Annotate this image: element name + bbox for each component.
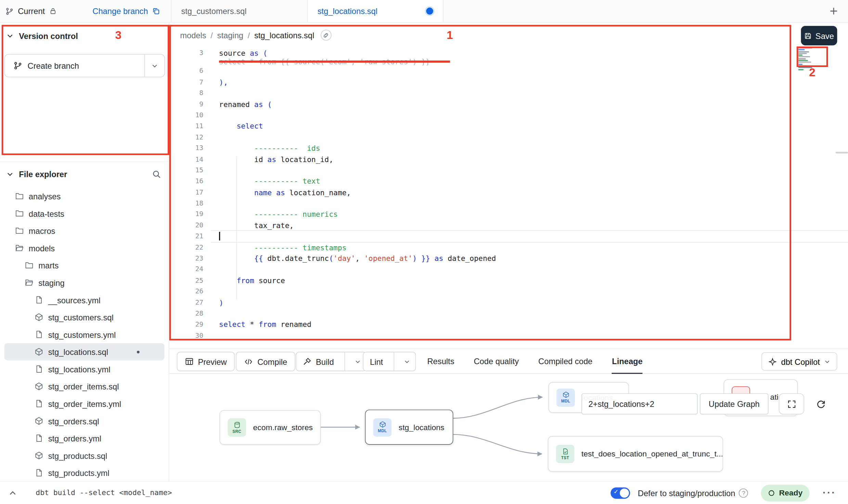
file-tree-item-marts[interactable]: marts: [4, 257, 165, 274]
tab-lineage[interactable]: Lineage: [612, 349, 643, 373]
change-branch-link[interactable]: Change branch: [92, 6, 160, 16]
chevron-down-icon[interactable]: [7, 32, 14, 40]
file-tree-item-stg_products.sql[interactable]: stg_products.sql: [4, 447, 165, 464]
annotation-strike-line: [219, 61, 450, 63]
lineage-node-ecom-raw-stores[interactable]: SRC ecom.raw_stores: [220, 410, 321, 445]
code-line-26[interactable]: 26: [169, 286, 848, 297]
button-divider: [345, 352, 345, 371]
file-tree-item-models[interactable]: models: [4, 239, 165, 257]
file-tree-item-macros[interactable]: macros: [4, 222, 165, 240]
defer-toggle[interactable]: ✓: [611, 487, 630, 499]
code-line-24[interactable]: 24: [169, 264, 848, 275]
help-icon[interactable]: ?: [739, 488, 748, 498]
lineage-selector-input[interactable]: [581, 393, 698, 414]
collapse-panel-button[interactable]: [7, 487, 19, 499]
panel-resize-handle[interactable]: [836, 152, 848, 154]
model-badge: MDL: [556, 388, 575, 407]
code-line-6[interactable]: 6: [169, 66, 848, 77]
code-line-8[interactable]: 8: [169, 88, 848, 98]
lineage-node-stg-locations[interactable]: MDL stg_locations: [365, 410, 453, 445]
more-menu-button[interactable]: ···: [819, 486, 839, 499]
expand-icon: [787, 400, 796, 408]
sparkle-icon: [769, 357, 777, 366]
tab-code-quality[interactable]: Code quality: [474, 349, 519, 373]
code-line-14[interactable]: 14 id as location_id,: [169, 154, 848, 165]
lineage-canvas[interactable]: MDL locations atio SRC ecom.raw_stores: [169, 374, 848, 481]
code-line-11[interactable]: 11 select: [169, 121, 848, 132]
file-tree-item-stg_locations.sql[interactable]: stg_locations.sql: [4, 343, 165, 361]
toggle-knob: [620, 488, 629, 498]
lint-dropdown[interactable]: [399, 359, 415, 364]
code-line-25[interactable]: 25 from source: [169, 275, 848, 286]
save-icon: [804, 31, 812, 40]
code-line-22[interactable]: 22 ---------- timestamps: [169, 242, 848, 253]
tab-stg-locations-sql[interactable]: stg_locations.sql: [307, 0, 444, 22]
code-line-15[interactable]: 15: [169, 165, 848, 176]
panel-tabs: Results Code quality Compiled code Linea…: [427, 349, 642, 373]
compile-button[interactable]: Compile: [236, 352, 295, 371]
breadcrumb-staging[interactable]: staging: [217, 30, 243, 40]
file-search-button[interactable]: [151, 169, 162, 180]
fullscreen-button[interactable]: [779, 393, 804, 414]
file-tree-item-stg_order_items.sql[interactable]: stg_order_items.sql: [4, 378, 165, 395]
lineage-node-test[interactable]: TST test_does_location_opened_at_trunc_t…: [548, 436, 723, 472]
file-tree-item-staging[interactable]: staging: [4, 274, 165, 291]
new-tab-button[interactable]: [827, 4, 840, 18]
create-branch-dropdown[interactable]: [145, 63, 165, 69]
code-line-13[interactable]: 13 ---------- ids: [169, 143, 848, 154]
breadcrumb-models[interactable]: models: [180, 30, 206, 40]
table-icon: [185, 357, 193, 366]
file-tree-item-stg_locations.yml[interactable]: stg_locations.yml: [4, 360, 165, 378]
file-tree-item-stg_customers.yml[interactable]: stg_customers.yml: [4, 326, 165, 343]
code-line-29[interactable]: 29select * from renamed: [169, 319, 848, 330]
chevron-down-icon[interactable]: [7, 171, 14, 178]
code-line-23[interactable]: 23 {{ dbt.date_trunc('day', 'opened_at')…: [169, 253, 848, 264]
file-tree-item-stg_orders.sql[interactable]: stg_orders.sql: [4, 412, 165, 430]
build-button[interactable]: Build: [296, 352, 367, 371]
code-line-16[interactable]: 16 ---------- text: [169, 176, 848, 187]
model-icon: [35, 416, 43, 425]
test-check-icon: [562, 448, 569, 455]
file-tree-item-stg_order_items.yml[interactable]: stg_order_items.yml: [4, 395, 165, 412]
code-line-20[interactable]: 20 tax_rate,: [169, 220, 848, 231]
file-tree-item-data-tests[interactable]: data-tests: [4, 205, 165, 222]
update-graph-button[interactable]: Update Graph: [700, 393, 769, 414]
code-line-7[interactable]: 7),: [169, 77, 848, 88]
code-editor: models / staging / stg_locations.sql Sav…: [169, 23, 848, 348]
tab-results[interactable]: Results: [427, 349, 454, 373]
code-line-30[interactable]: 30: [169, 330, 848, 341]
code-line-10[interactable]: 10: [169, 110, 848, 121]
tab-stg-customers-sql[interactable]: stg_customers.sql: [171, 0, 307, 22]
preview-button[interactable]: Preview: [177, 352, 235, 371]
tab-compiled-code[interactable]: Compiled code: [538, 349, 592, 373]
copy-link-button[interactable]: [321, 30, 332, 41]
model-icon: [35, 313, 43, 321]
code-line-3[interactable]: 3source as (: [169, 48, 848, 58]
code-line-27[interactable]: 27): [169, 297, 848, 308]
code-line-28[interactable]: 28: [169, 308, 848, 319]
lint-button[interactable]: Lint: [363, 352, 416, 371]
check-icon: ✓: [614, 488, 619, 495]
code-line-21[interactable]: 21: [169, 231, 848, 242]
create-branch-button[interactable]: Create branch: [4, 54, 165, 77]
breadcrumb-file: stg_locations.sql: [254, 30, 314, 40]
save-button[interactable]: Save: [801, 26, 837, 45]
code-line-collapsed[interactable]: select * from {{ source('ecom', 'raw_sto…: [169, 58, 848, 66]
dbt-copilot-button[interactable]: dbt Copilot: [762, 352, 837, 371]
chevron-up-icon: [9, 489, 17, 497]
code-line-17[interactable]: 17 name as location_name,: [169, 187, 848, 198]
code-line-9[interactable]: 9renamed as (: [169, 99, 848, 110]
refresh-button[interactable]: [810, 394, 832, 414]
file-tree-item-stg_products.yml[interactable]: stg_products.yml: [4, 464, 165, 482]
file-tree-item-__sources.yml[interactable]: __sources.yml: [4, 291, 165, 309]
code-line-12[interactable]: 12: [169, 132, 848, 143]
code-line-18[interactable]: 18: [169, 198, 848, 209]
file-tree-item-stg_customers.sql[interactable]: stg_customers.sql: [4, 308, 165, 326]
file-icon: [35, 399, 43, 408]
status-ready-badge[interactable]: Ready: [761, 485, 809, 501]
current-branch[interactable]: Current: [5, 6, 57, 16]
file-tree-item-analyses[interactable]: analyses: [4, 187, 165, 205]
copy-icon: [152, 7, 160, 15]
code-line-19[interactable]: 19 ---------- numerics: [169, 209, 848, 220]
file-tree-item-stg_orders.yml[interactable]: stg_orders.yml: [4, 429, 165, 447]
